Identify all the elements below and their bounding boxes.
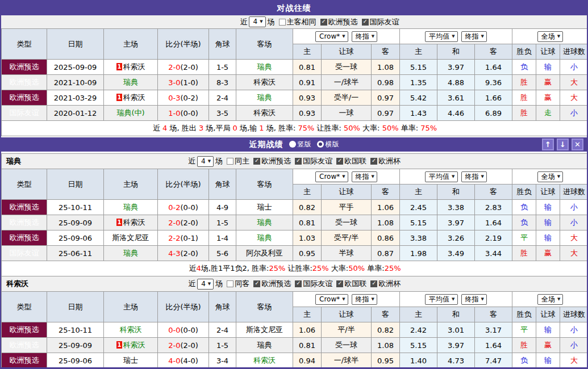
team-name-text: 瑞士 — [257, 203, 272, 211]
team-name-text: 斯洛文尼亚 — [112, 233, 149, 242]
cell-result: 赢 — [536, 90, 560, 106]
team-name-text: 科索沃 — [253, 78, 276, 86]
cell-away: 瑞典 — [236, 60, 293, 75]
filter-checkbox-4[interactable] — [370, 280, 377, 287]
filter-checkbox-0[interactable] — [279, 19, 286, 26]
games-count-select[interactable]: 4▼ — [197, 279, 214, 290]
cell-date: 25-09-06 — [47, 230, 104, 246]
filter-checkbox-1[interactable] — [320, 19, 327, 26]
average-select[interactable]: 平均值▼ — [425, 294, 457, 305]
chevron-down-icon: ▼ — [342, 32, 345, 41]
average-odds-header: 平均值▼终指▼ — [400, 169, 512, 184]
cell-odds: 0.95 — [372, 353, 400, 368]
cell-odds: 1.66 — [475, 90, 512, 106]
cell-date: 2020-01-12 — [47, 106, 104, 121]
cell-score: 0-3(0-2) — [158, 90, 209, 106]
team-name-text: 科索沃 — [253, 356, 276, 364]
bookmaker-odds-header: Crow*▼终指▼ — [293, 292, 400, 307]
cell-result: 大 — [560, 90, 588, 106]
layout-radio-vertical[interactable] — [289, 141, 296, 148]
cell-odds: 4.73 — [437, 353, 475, 368]
cell-away: 科索沃 — [236, 106, 293, 121]
avg-stage-select[interactable]: 终指▼ — [461, 294, 487, 305]
cell-odds: 1.64 — [475, 215, 512, 230]
col-date: 日期 — [47, 292, 104, 322]
avg-stage-select[interactable]: 终指▼ — [461, 31, 487, 42]
cell-result: 大 — [560, 246, 588, 261]
scope-select[interactable]: 全场▼ — [537, 171, 563, 182]
bookmaker-select[interactable]: Crow*▼ — [315, 31, 348, 42]
filter-checkbox-4[interactable] — [370, 158, 377, 165]
cell-odds: 一球 — [322, 106, 372, 121]
subcol-label: 让球 — [536, 307, 560, 322]
bookmaker-select[interactable]: Crow*▼ — [315, 294, 348, 305]
col-home: 主场 — [104, 292, 158, 322]
cell-score: 2-0(2-0) — [158, 215, 209, 230]
team-filter-controls: 近4▼场同客欧洲预选国际友谊欧国联欧洲杯 — [188, 279, 401, 290]
subcol-label: 让球 — [536, 184, 560, 200]
filter-checkbox-2[interactable] — [362, 19, 369, 26]
cell-odds: 1.08 — [372, 338, 400, 353]
subcol-label: 主 — [400, 44, 437, 60]
col-away: 客场 — [236, 29, 293, 60]
games-unit-label: 场 — [215, 279, 223, 289]
subcol-label: 和 — [437, 44, 475, 60]
games-count-select[interactable]: 4▼ — [249, 16, 265, 27]
cell-away: 科索沃 — [236, 353, 293, 368]
cell-odds: 3.17 — [475, 322, 512, 338]
filter-checkbox-1[interactable] — [253, 158, 260, 165]
filter-checkbox-label: 欧洲预选 — [261, 156, 291, 166]
bookmaker-select[interactable]: Crow*▼ — [315, 171, 348, 182]
close-icon: ✕ — [574, 140, 581, 149]
filter-checkbox-2[interactable] — [295, 280, 302, 287]
cell-odds: 3.44 — [475, 246, 512, 261]
team-name-text: 斯洛文尼亚 — [246, 325, 283, 334]
window-buttons: ↑ ↓ ✕ — [542, 139, 583, 150]
team-name-text: 科索沃 — [123, 218, 145, 227]
cell-date: 25-10-11 — [47, 322, 104, 338]
filter-checkbox-label: 欧洲预选 — [261, 279, 291, 289]
match-row: 欧洲预选2021-10-09瑞典3-0(1-0)8-3科索沃0.91一/球半0.… — [2, 75, 588, 90]
table-header-row: 类型日期主场比分(半场)角球客场Crow*▼终指▼平均值▼终指▼全场▼ — [2, 169, 588, 184]
filter-checkbox-3[interactable] — [336, 158, 343, 165]
move-up-button[interactable]: ↑ — [542, 139, 554, 150]
avg-stage-select[interactable]: 终指▼ — [461, 171, 487, 182]
cell-home: 1科索沃 — [104, 60, 158, 75]
summary-row: 近4场,胜1平1负2, 胜率:25% 让胜率:25% 大率:50% 单率:25% — [2, 261, 588, 276]
layout-radio-horizontal[interactable] — [317, 141, 324, 148]
average-select[interactable]: 平均值▼ — [425, 171, 457, 182]
subcol-label: 客 — [372, 307, 400, 322]
chevron-down-icon: ▼ — [342, 172, 345, 181]
subcol-label: 主 — [293, 44, 322, 60]
chevron-down-icon: ▼ — [208, 157, 211, 166]
cell-odds: 1.06 — [293, 322, 322, 338]
competition-badge: 欧洲预选 — [2, 230, 47, 246]
col-type: 类型 — [2, 29, 47, 60]
filter-checkbox-0[interactable] — [227, 158, 233, 165]
h2h-header-bar: 对战往绩 — [1, 1, 587, 15]
cell-date: 25-10-11 — [47, 200, 104, 215]
close-button[interactable]: ✕ — [572, 139, 583, 150]
games-count-select[interactable]: 4▼ — [197, 156, 214, 167]
cell-odds: 5.42 — [400, 90, 437, 106]
chevron-down-icon: ▼ — [372, 295, 374, 304]
filter-checkbox-2[interactable] — [295, 158, 302, 165]
move-down-button[interactable]: ↓ — [557, 139, 569, 150]
filter-checkbox-0[interactable] — [227, 280, 233, 287]
cell-score: 3-0(1-0) — [158, 75, 209, 90]
cell-result: 赢 — [536, 338, 560, 353]
odds-stage-select[interactable]: 终指▼ — [352, 171, 377, 182]
cell-date: 2025-09-09 — [47, 60, 104, 75]
filter-checkbox-3[interactable] — [336, 280, 343, 287]
subcol-label: 主 — [293, 184, 322, 200]
near-label: 近 — [188, 279, 195, 289]
scope-select[interactable]: 全场▼ — [537, 31, 563, 42]
filter-checkbox-1[interactable] — [253, 280, 260, 287]
match-row: 欧洲预选25-09-06瑞士4-0(4-0)3-4科索沃0.94一/球半0.95… — [2, 353, 588, 368]
scope-select[interactable]: 全场▼ — [537, 294, 563, 305]
average-select[interactable]: 平均值▼ — [425, 31, 457, 42]
odds-stage-select[interactable]: 终指▼ — [352, 294, 377, 305]
col-corner: 角球 — [209, 292, 236, 322]
up-arrow-icon: ↑ — [545, 140, 551, 149]
odds-stage-select[interactable]: 终指▼ — [352, 31, 377, 42]
